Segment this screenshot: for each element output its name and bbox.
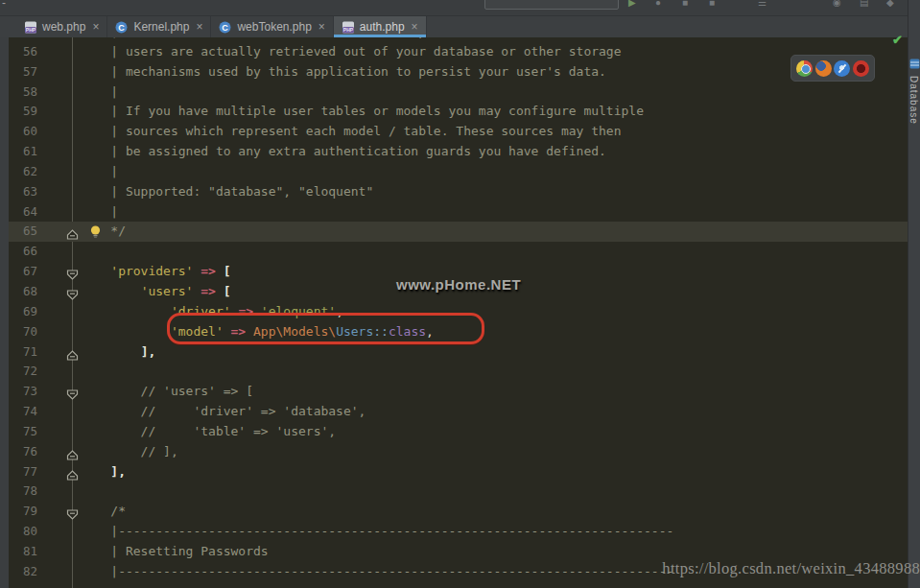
code-line: 66 bbox=[9, 242, 908, 262]
firefox-browser-icon[interactable] bbox=[815, 60, 832, 77]
code-text[interactable]: | users are actually retrieved out of yo… bbox=[81, 42, 622, 62]
line-number[interactable]: 75 bbox=[9, 422, 37, 442]
run-configuration-combo[interactable] bbox=[484, 0, 619, 10]
code-text[interactable]: | bbox=[81, 82, 118, 103]
line-number[interactable]: 60 bbox=[9, 122, 37, 142]
code-text[interactable]: // ], bbox=[81, 442, 178, 462]
code-line: 64 | bbox=[9, 202, 908, 223]
fold-end-icon[interactable] bbox=[66, 347, 79, 358]
line-number[interactable]: 66 bbox=[9, 242, 37, 262]
code-text[interactable]: | bbox=[81, 162, 118, 182]
inspection-status-icon[interactable]: ✔ bbox=[892, 33, 903, 47]
code-text[interactable]: /* bbox=[81, 502, 126, 522]
code-text[interactable]: ], bbox=[81, 462, 126, 482]
tab-web.php[interactable]: PHPweb.php× bbox=[16, 16, 107, 37]
tab-Kernel.php[interactable]: CKernel.php× bbox=[107, 16, 211, 37]
settings-icon[interactable]: ☰ bbox=[758, 0, 767, 8]
line-number[interactable]: 59 bbox=[9, 102, 37, 122]
line-number[interactable]: 74 bbox=[9, 402, 37, 422]
close-icon[interactable]: × bbox=[196, 21, 202, 33]
code-text[interactable]: // 'table' => 'users', bbox=[81, 422, 336, 442]
line-number[interactable]: 78 bbox=[9, 482, 37, 502]
line-number[interactable]: 65 bbox=[9, 222, 37, 242]
line-number[interactable]: 61 bbox=[9, 142, 37, 162]
line-number[interactable]: 73 bbox=[9, 382, 37, 402]
svg-text:PHP: PHP bbox=[343, 27, 354, 33]
stop-icon[interactable]: ■ bbox=[709, 0, 715, 8]
fold-end-icon[interactable] bbox=[66, 226, 79, 237]
code-editor[interactable]: 55 | All authentication drivers have a u… bbox=[9, 37, 908, 588]
line-number[interactable]: 71 bbox=[9, 342, 37, 363]
code-line: 72 bbox=[9, 362, 908, 382]
line-number[interactable]: 63 bbox=[9, 182, 37, 202]
red-annotation-box bbox=[167, 313, 484, 344]
line-number[interactable]: 62 bbox=[9, 162, 37, 182]
code-line: 59 | If you have multiple user tables or… bbox=[9, 102, 908, 122]
line-number[interactable]: 76 bbox=[9, 442, 37, 462]
line-number[interactable]: 80 bbox=[9, 522, 37, 542]
php-file-icon: PHP bbox=[342, 21, 355, 34]
tab-webToken.php[interactable]: CwebToken.php× bbox=[211, 16, 333, 37]
code-text[interactable]: // 'driver' => 'database', bbox=[81, 402, 366, 422]
line-number[interactable]: 82 bbox=[9, 562, 37, 582]
tab-label: Kernel.php bbox=[133, 20, 189, 34]
line-number[interactable]: 58 bbox=[9, 82, 37, 103]
tool-button-database[interactable]: Database bbox=[908, 56, 920, 125]
opera-browser-icon[interactable] bbox=[853, 60, 869, 77]
coverage-icon[interactable]: ■ bbox=[682, 0, 688, 8]
ide-window: { "colors": { "tab_underline_accent": "#… bbox=[0, 0, 920, 588]
code-text[interactable]: */ bbox=[81, 222, 126, 242]
tab-auth.php[interactable]: PHPauth.php× bbox=[334, 16, 427, 37]
close-icon[interactable]: × bbox=[92, 21, 99, 33]
fold-start-icon[interactable] bbox=[66, 287, 79, 297]
code-text[interactable]: // 'users' => [ bbox=[81, 382, 253, 402]
close-icon[interactable]: × bbox=[412, 21, 418, 33]
layout-icon[interactable]: ▤ bbox=[860, 0, 868, 8]
code-text[interactable]: 'users' => [ bbox=[81, 282, 231, 302]
window-minimize-icon[interactable]: - bbox=[2, 0, 6, 10]
safari-browser-icon[interactable] bbox=[834, 60, 850, 77]
php-file-icon: PHP bbox=[24, 21, 37, 34]
fold-start-icon[interactable] bbox=[66, 387, 79, 397]
run-icon[interactable]: ▶ bbox=[628, 0, 636, 8]
close-icon[interactable]: × bbox=[318, 21, 325, 33]
code-line: 56 | users are actually retrieved out of… bbox=[9, 42, 908, 62]
debug-icon[interactable]: ● bbox=[655, 0, 661, 8]
find-icon[interactable]: ◉ bbox=[833, 0, 841, 8]
line-number[interactable]: 72 bbox=[9, 362, 37, 382]
chrome-browser-icon[interactable] bbox=[796, 60, 813, 77]
fold-start-icon[interactable] bbox=[66, 506, 79, 517]
top-toolbar-strip: - ▶●■■☰◉▤◆ bbox=[0, 0, 920, 16]
browser-launcher-popup bbox=[790, 55, 875, 82]
line-number[interactable]: 56 bbox=[9, 42, 37, 62]
svg-text:PHP: PHP bbox=[26, 27, 36, 33]
code-text[interactable]: ], bbox=[81, 342, 155, 363]
svg-text:C: C bbox=[119, 22, 126, 32]
code-text[interactable]: | If you have multiple user tables or mo… bbox=[81, 102, 644, 122]
watermark-center: www.pHome.NET bbox=[396, 276, 521, 293]
fold-end-icon[interactable] bbox=[66, 447, 79, 458]
code-text[interactable]: | Resetting Passwords bbox=[81, 542, 269, 562]
line-number[interactable]: 64 bbox=[9, 202, 37, 223]
code-text[interactable]: | mechanisms used by this application to… bbox=[81, 62, 606, 82]
line-number[interactable]: 57 bbox=[9, 62, 37, 82]
line-number[interactable]: 69 bbox=[9, 302, 37, 322]
fold-start-icon[interactable] bbox=[66, 267, 79, 277]
line-number[interactable]: 67 bbox=[9, 262, 37, 282]
code-line: 79 /* bbox=[9, 502, 908, 522]
code-text[interactable]: 'providers' => [ bbox=[81, 262, 231, 282]
code-text[interactable]: | sources which represent each model / t… bbox=[81, 122, 622, 142]
code-line: 58 | bbox=[9, 82, 908, 103]
code-text[interactable]: |---------------------------------------… bbox=[81, 522, 673, 542]
line-number[interactable]: 68 bbox=[9, 282, 37, 302]
line-number[interactable]: 77 bbox=[9, 462, 37, 482]
line-number[interactable]: 70 bbox=[9, 322, 37, 342]
line-number[interactable]: 79 bbox=[9, 502, 37, 522]
code-text[interactable]: | bbox=[81, 202, 118, 223]
code-text[interactable]: | Supported: "database", "eloquent" bbox=[81, 182, 373, 202]
code-text[interactable]: |---------------------------------------… bbox=[81, 562, 673, 582]
line-number[interactable]: 81 bbox=[9, 542, 37, 562]
fold-end-icon[interactable] bbox=[66, 467, 79, 478]
more-icon[interactable]: ◆ bbox=[886, 0, 894, 8]
code-text[interactable]: | be assigned to any extra authenticatio… bbox=[81, 142, 606, 162]
